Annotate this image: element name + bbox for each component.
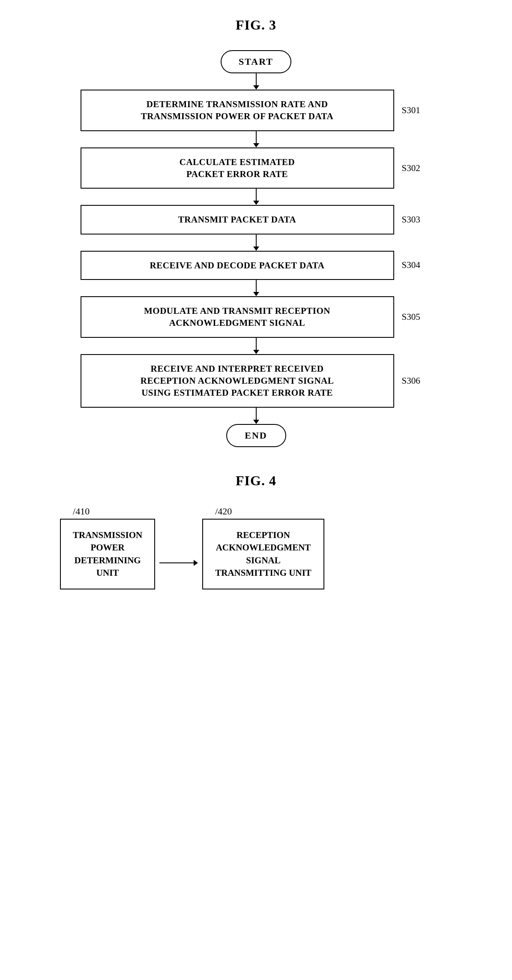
step-row-s305: MODULATE AND TRANSMIT RECEPTIONACKNOWLED… (81, 296, 432, 338)
arrow-6 (253, 338, 259, 354)
step-box-s306: RECEIVE AND INTERPRET RECEIVEDRECEPTION … (81, 354, 394, 408)
end-oval: END (226, 424, 286, 447)
fig4-title: FIG. 4 (26, 473, 486, 489)
block-410-number: 410 (75, 506, 90, 517)
block-410-number-slash: /410 (60, 506, 90, 517)
step-box-s303: TRANSMIT PACKET DATA (81, 205, 394, 234)
fig3-title: FIG. 3 (26, 17, 486, 33)
step-box-s304: RECEIVE AND DECODE PACKET DATA (81, 251, 394, 280)
block-410-wrapper: /410 TRANSMISSIONPOWERDETERMININGUNIT (60, 506, 155, 590)
block-arrow (159, 560, 198, 566)
step-label-s301: S301 (402, 105, 432, 116)
step-label-s302: S302 (402, 163, 432, 174)
step-label-s303: S303 (402, 214, 432, 225)
fig4-diagram: /410 TRANSMISSIONPOWERDETERMININGUNIT /4… (26, 506, 486, 590)
block-420-number: 420 (218, 506, 232, 517)
arrow-3 (253, 189, 259, 205)
arrow-2 (253, 131, 259, 147)
step-row-s302: CALCULATE ESTIMATEDPACKET ERROR RATE S30… (81, 147, 432, 189)
step-row-s304: RECEIVE AND DECODE PACKET DATA S304 (81, 251, 432, 280)
page: FIG. 3 START DETERMINE TRANSMISSION RATE… (0, 0, 512, 607)
arrow-1 (253, 73, 259, 90)
arrow-4 (253, 234, 259, 251)
flowchart-fig3: START DETERMINE TRANSMISSION RATE ANDTRA… (26, 50, 486, 447)
step-label-s304: S304 (402, 260, 432, 271)
arrow-5 (253, 280, 259, 296)
step-box-s305: MODULATE AND TRANSMIT RECEPTIONACKNOWLED… (81, 296, 394, 338)
step-label-s305: S305 (402, 312, 432, 322)
step-row-s303: TRANSMIT PACKET DATA S303 (81, 205, 432, 234)
arrow-7 (253, 408, 259, 424)
step-box-s302: CALCULATE ESTIMATEDPACKET ERROR RATE (81, 147, 394, 189)
block-420-wrapper: /420 RECEPTIONACKNOWLEDGMENTSIGNALTRANSM… (202, 506, 324, 590)
step-row-s306: RECEIVE AND INTERPRET RECEIVEDRECEPTION … (81, 354, 432, 408)
block-420-number-slash: /420 (202, 506, 232, 517)
block-420-box: RECEPTIONACKNOWLEDGMENTSIGNALTRANSMITTIN… (202, 519, 324, 590)
step-box-s301: DETERMINE TRANSMISSION RATE ANDTRANSMISS… (81, 90, 394, 131)
step-row-s301: DETERMINE TRANSMISSION RATE ANDTRANSMISS… (81, 90, 432, 131)
start-oval: START (221, 50, 291, 73)
step-label-s306: S306 (402, 376, 432, 386)
block-410-box: TRANSMISSIONPOWERDETERMININGUNIT (60, 519, 155, 590)
